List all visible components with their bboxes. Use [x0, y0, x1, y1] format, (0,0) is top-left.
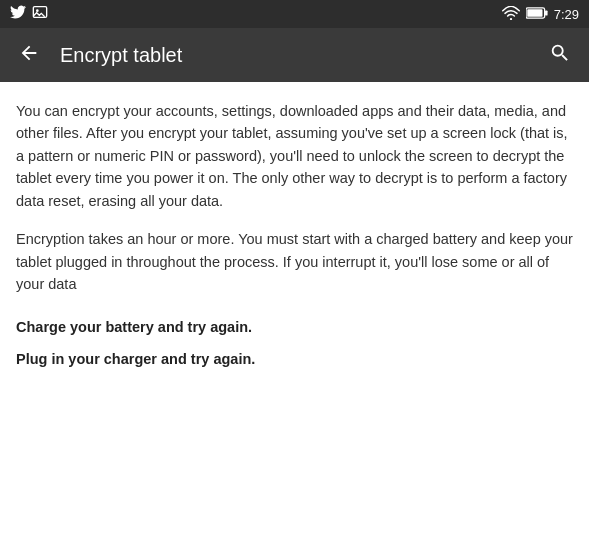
plugin-warning: Plug in your charger and try again.	[16, 348, 573, 370]
svg-point-2	[510, 17, 512, 19]
svg-point-1	[36, 9, 39, 12]
status-bar-left	[10, 5, 48, 23]
status-bar: 7:29	[0, 0, 589, 28]
encryption-warning-paragraph: Encryption takes an hour or more. You mu…	[16, 228, 573, 295]
battery-icon	[526, 7, 548, 22]
toolbar: Encrypt tablet	[0, 28, 589, 82]
status-bar-right: 7:29	[502, 6, 579, 23]
twitter-icon	[10, 5, 26, 23]
wifi-icon	[502, 6, 520, 23]
page-title: Encrypt tablet	[60, 44, 182, 67]
svg-rect-5	[527, 9, 542, 17]
search-button[interactable]	[545, 38, 575, 72]
image-icon	[32, 5, 48, 23]
back-button[interactable]	[14, 38, 44, 72]
description-paragraph: You can encrypt your accounts, settings,…	[16, 100, 573, 212]
toolbar-left: Encrypt tablet	[14, 38, 182, 72]
content-area: You can encrypt your accounts, settings,…	[0, 82, 589, 551]
svg-rect-4	[545, 10, 548, 15]
time-display: 7:29	[554, 7, 579, 22]
charge-warning: Charge your battery and try again.	[16, 316, 573, 338]
